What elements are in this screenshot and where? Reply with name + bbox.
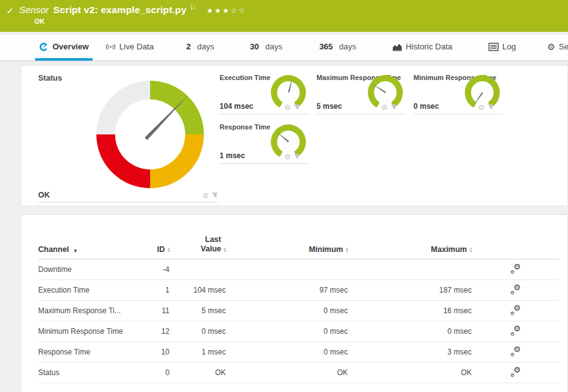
tab-historic-data-label: Historic Data	[406, 42, 452, 51]
column-header-minimum-label: Minimum	[309, 245, 343, 254]
cell-last-value: 0 msec	[170, 321, 226, 342]
channel-link[interactable]: Response Time	[38, 348, 90, 356]
cell-id: 10	[138, 342, 170, 363]
table-row-execution-time[interactable]: Execution Time 1 104 msec 97 msec 187 ms…	[38, 280, 559, 301]
cell-last-value: 1 msec	[170, 342, 226, 363]
cell-last-value	[170, 259, 226, 280]
sensor-status-text: OK	[34, 18, 562, 25]
table-row-response-time[interactable]: Response Time 10 1 msec 0 msec 3 msec ⚙⚙	[38, 342, 559, 363]
cell-maximum: 187 msec	[348, 280, 472, 301]
channels-table-panel: Channel ▾ ID ▴▾ Last Value ▴▾	[21, 214, 568, 392]
channel-settings-icon[interactable]: ⚙⚙	[510, 346, 521, 356]
live-signal-icon	[106, 43, 116, 51]
log-list-icon	[489, 43, 499, 51]
gauge-settings-gear-icon[interactable]: ⚙	[478, 104, 485, 111]
tab-overview[interactable]: Overview	[35, 35, 93, 61]
gauge-settings-gear-icon[interactable]: ⚙	[381, 104, 388, 111]
column-header-id-label: ID	[157, 245, 165, 254]
status-gauge-value: OK	[38, 191, 50, 199]
tab-log[interactable]: Log	[485, 35, 520, 61]
tab-log-label: Log	[502, 42, 516, 51]
gauge-pin-icon[interactable]	[488, 104, 494, 111]
mini-gauge-hole	[277, 81, 300, 104]
column-header-maximum-label: Maximum	[431, 245, 467, 254]
gauge-pin-icon[interactable]	[391, 104, 397, 111]
table-row-status[interactable]: Status 0 OK OK OK ⚙⚙	[38, 363, 559, 383]
gauge-settings-gear-icon[interactable]: ⚙	[284, 153, 291, 161]
sorted-descending-icon: ▾	[74, 248, 77, 254]
priority-flag-icon[interactable]: ⚐	[190, 4, 196, 13]
column-header-actions	[472, 235, 559, 259]
channel-link[interactable]: Maximum Response Ti...	[38, 306, 121, 315]
channel-link[interactable]: Downtime	[38, 265, 71, 274]
mini-gauge-value: 5 msec	[317, 102, 342, 111]
tab-365-days-unit: days	[339, 42, 356, 51]
gauge-icon	[39, 43, 49, 51]
tab-overview-label: Overview	[53, 42, 89, 51]
tab-bar: Overview Live Data 2 days 30 days 365 da…	[0, 35, 568, 61]
tab-30-days[interactable]: 30 days	[246, 35, 286, 61]
gauge-pin-icon[interactable]	[294, 154, 300, 161]
tab-2-days[interactable]: 2 days	[183, 35, 218, 61]
gauge-settings-gear-icon[interactable]: ⚙	[202, 192, 209, 199]
gauge-pin-icon[interactable]	[212, 193, 218, 199]
tab-live-data[interactable]: Live Data	[102, 35, 158, 61]
tab-settings-label: Settings	[559, 42, 568, 51]
channel-settings-icon[interactable]: ⚙⚙	[510, 264, 521, 273]
cell-maximum	[348, 259, 472, 280]
channel-settings-icon[interactable]: ⚙⚙	[510, 326, 521, 335]
cell-last-value: OK	[170, 363, 226, 383]
tab-bar-wrapper: Overview Live Data 2 days 30 days 365 da…	[0, 32, 568, 61]
area-chart-icon	[392, 43, 402, 51]
cell-id: 1	[138, 280, 170, 301]
sort-icon[interactable]: ▴▾	[345, 246, 348, 253]
mini-gauge-value: 1 msec	[220, 151, 245, 160]
cell-minimum: 0 msec	[226, 342, 348, 363]
channel-settings-icon[interactable]: ⚙⚙	[510, 305, 521, 314]
channel-link[interactable]: Execution Time	[38, 286, 89, 294]
column-header-last-value-label: Last Value	[195, 235, 221, 254]
sensor-header-bar: ✓ Sensor Script v2: example_script.py ⚐ …	[0, 0, 568, 32]
cell-maximum: OK	[348, 363, 472, 383]
column-header-maximum[interactable]: Maximum ▴▾	[348, 235, 472, 259]
gauge-pin-icon[interactable]	[294, 104, 300, 111]
channel-settings-icon[interactable]: ⚙⚙	[510, 367, 521, 376]
channel-settings-icon[interactable]: ⚙⚙	[510, 284, 521, 294]
sensor-type-label: Sensor	[19, 4, 49, 15]
column-header-channel-label: Channel	[38, 245, 69, 254]
cell-id: -4	[138, 259, 170, 280]
tab-2-days-number: 2	[186, 42, 191, 51]
channel-link[interactable]: Minimum Response Time	[38, 327, 123, 336]
table-row-downtime[interactable]: Downtime -4 ⚙⚙	[38, 259, 559, 280]
gauge-settings-gear-icon[interactable]: ⚙	[284, 104, 291, 111]
cell-last-value: 104 msec	[170, 280, 226, 301]
tab-365-days[interactable]: 365 days	[315, 35, 360, 61]
mini-gauge-maximum-response-time: Maximum Response Time 5 msec ⚙	[317, 69, 405, 114]
sort-icon[interactable]: ▴▾	[223, 246, 226, 253]
table-header-row: Channel ▾ ID ▴▾ Last Value ▴▾	[38, 235, 559, 259]
cell-minimum: 0 msec	[226, 321, 348, 342]
column-header-minimum[interactable]: Minimum ▴▾	[226, 235, 348, 259]
mini-gauges-grid: Execution Time 104 msec ⚙ Maximum Respon…	[220, 69, 502, 164]
cell-minimum: 97 msec	[226, 280, 348, 301]
tab-30-days-unit: days	[265, 42, 282, 51]
tab-settings[interactable]: ⚙ Settings	[544, 35, 568, 61]
tab-2-days-unit: days	[197, 42, 214, 51]
cell-maximum: 3 msec	[348, 342, 472, 363]
sort-icon[interactable]: ▴▾	[469, 246, 472, 253]
status-check-icon: ✓	[6, 5, 14, 16]
column-header-channel[interactable]: Channel ▾	[38, 235, 138, 259]
table-row-minimum-response-time[interactable]: Minimum Response Time 12 0 msec 0 msec 0…	[38, 321, 559, 342]
channel-link[interactable]: Status	[38, 368, 59, 377]
channels-table: Channel ▾ ID ▴▾ Last Value ▴▾	[38, 235, 559, 383]
table-row-maximum-response-time[interactable]: Maximum Response Ti... 11 5 msec 0 msec …	[38, 301, 559, 321]
cell-maximum: 0 msec	[348, 321, 472, 342]
cell-last-value: 5 msec	[170, 301, 226, 321]
column-header-id[interactable]: ID ▴▾	[138, 235, 170, 259]
sort-icon[interactable]: ▴▾	[167, 246, 170, 253]
column-header-last-value[interactable]: Last Value ▴▾	[170, 235, 226, 259]
priority-stars-rating[interactable]: ★★★☆☆	[206, 6, 246, 15]
cell-minimum: 0 msec	[226, 301, 348, 321]
tab-historic-data[interactable]: Historic Data	[388, 35, 456, 61]
status-gauge-footer: OK ⚙	[38, 186, 218, 203]
